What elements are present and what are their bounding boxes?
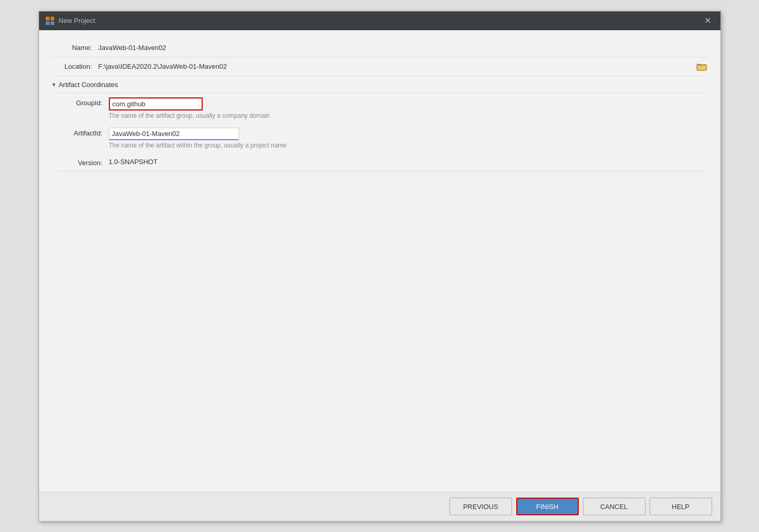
dialog-footer: PREVIOUS FINISH CANCEL HELP	[39, 492, 720, 521]
title-bar-left: New Project	[45, 16, 95, 26]
version-value: 1.0-SNAPSHOT	[109, 158, 158, 166]
svg-rect-0	[46, 17, 49, 20]
artifactid-row: ArtifactId: The name of the artifact wit…	[58, 123, 708, 153]
location-value: F:\java\IDEA2020.2\JavaWeb-01-Maven02	[98, 63, 695, 70]
name-input[interactable]	[98, 44, 708, 52]
groupid-input[interactable]	[109, 97, 203, 110]
groupid-field: The name of the artifact group, usually …	[109, 97, 708, 119]
location-label: Location:	[52, 63, 98, 70]
previous-button[interactable]: PREVIOUS	[450, 498, 512, 515]
cancel-button[interactable]: CANCEL	[583, 498, 645, 515]
artifact-section-header[interactable]: ▼ Artifact Coordinates	[52, 77, 708, 93]
folder-icon	[696, 63, 707, 71]
dialog-title: New Project	[59, 17, 95, 24]
new-project-dialog: New Project ✕ Name: Location: F:\java\ID…	[39, 11, 721, 522]
location-row: Location: F:\java\IDEA2020.2\JavaWeb-01-…	[52, 57, 708, 77]
version-label: Version:	[58, 157, 109, 167]
svg-rect-2	[46, 21, 49, 25]
groupid-hint: The name of the artifact group, usually …	[109, 112, 708, 119]
artifact-section-title: Artifact Coordinates	[58, 81, 118, 89]
help-button[interactable]: HELP	[650, 498, 712, 515]
name-label: Name:	[52, 44, 98, 52]
name-row: Name:	[52, 39, 708, 57]
dialog-body: Name: Location: F:\java\IDEA2020.2\JavaW…	[39, 30, 720, 492]
artifactid-label: ArtifactId:	[58, 128, 109, 137]
artifactid-field: The name of the artifact within the grou…	[109, 128, 708, 149]
collapse-arrow-icon: ▼	[52, 82, 57, 88]
title-bar: New Project ✕	[39, 11, 720, 30]
svg-rect-3	[51, 21, 54, 25]
groupid-row: GroupId: The name of the artifact group,…	[58, 93, 708, 123]
location-browse-button[interactable]	[695, 61, 708, 72]
artifact-section: GroupId: The name of the artifact group,…	[52, 93, 708, 171]
svg-rect-1	[51, 17, 54, 20]
svg-rect-5	[697, 65, 706, 70]
version-row: Version: 1.0-SNAPSHOT	[58, 153, 708, 171]
groupid-label: GroupId:	[58, 97, 109, 107]
app-icon	[45, 16, 55, 26]
artifactid-hint: The name of the artifact within the grou…	[109, 142, 708, 149]
artifactid-input[interactable]	[109, 128, 239, 140]
close-button[interactable]: ✕	[702, 15, 714, 27]
finish-button[interactable]: FINISH	[516, 498, 579, 515]
